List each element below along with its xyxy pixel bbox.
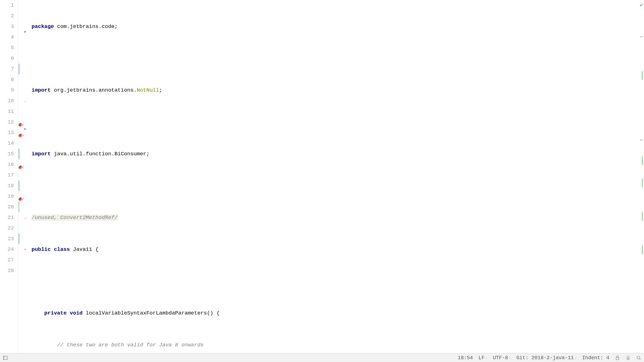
dropdown-icon: ⌄ xyxy=(575,356,577,359)
code-text: Java11 { xyxy=(70,246,99,253)
error-stripe-gutter[interactable]: ✔ xyxy=(638,0,644,353)
code-line: private void localVariableSyntaxForLambd… xyxy=(32,308,638,318)
implements-method-icon[interactable]: ↑ xyxy=(19,194,24,199)
svg-point-3 xyxy=(627,356,629,358)
line-number[interactable]: 21 xyxy=(0,212,14,223)
line-number[interactable]: 4 xyxy=(0,32,14,42)
svg-rect-2 xyxy=(616,358,619,360)
change-marker xyxy=(18,180,20,191)
code-line: import java.util.function.BiConsumer; xyxy=(32,149,638,159)
cursor-position[interactable]: 18:54 xyxy=(458,355,473,361)
code-line: public class Java11 { xyxy=(32,244,638,255)
keyword: import xyxy=(32,87,51,93)
line-number[interactable]: 6 xyxy=(0,53,14,64)
keyword: public xyxy=(32,246,51,253)
line-number[interactable]: 7 xyxy=(0,64,14,74)
code-line xyxy=(32,117,638,127)
line-number[interactable]: 22 xyxy=(0,223,14,234)
keyword: import xyxy=(32,151,51,157)
code-text: com.jetbrains.code; xyxy=(54,23,118,30)
line-number[interactable]: 28 xyxy=(0,265,14,276)
tool-window-button-icon[interactable] xyxy=(3,355,8,360)
line-number[interactable]: 19 xyxy=(0,191,14,202)
code-line: import org.jetbrains.annotations.NotNull… xyxy=(32,85,638,96)
svg-point-5 xyxy=(637,356,640,359)
svg-rect-4 xyxy=(627,358,629,360)
comment: // these two are both valid for Java 8 o… xyxy=(57,342,204,348)
fold-collapse-icon[interactable]: ⌄ xyxy=(24,96,26,106)
change-stripe-marker[interactable] xyxy=(642,156,643,165)
svg-rect-1 xyxy=(3,356,5,359)
line-number[interactable]: 16 xyxy=(0,159,14,170)
encoding-selector[interactable]: UTF-8 ⌄ xyxy=(493,355,511,361)
line-number[interactable]: 11 xyxy=(0,106,14,117)
line-number[interactable]: 18 xyxy=(0,180,14,191)
code-line xyxy=(32,276,638,287)
keyword: private xyxy=(44,310,67,316)
lock-icon[interactable] xyxy=(615,355,620,360)
error-stripe-marker[interactable] xyxy=(640,140,643,140)
line-number[interactable]: 5 xyxy=(0,42,14,53)
editor-container: 1 2 3 4 5 6 7 8 9 10 11 12 13 14 15 16 1… xyxy=(0,0,644,353)
line-number[interactable]: 1 xyxy=(0,0,14,11)
change-stripe-marker[interactable] xyxy=(642,71,643,80)
change-stripe-marker[interactable] xyxy=(642,179,643,187)
change-marker xyxy=(18,64,20,74)
implements-method-icon[interactable]: ↑ xyxy=(19,120,24,125)
line-number[interactable]: 13 xyxy=(0,127,14,138)
dropdown-icon: ⌄ xyxy=(486,356,487,359)
keyword: package xyxy=(32,23,54,30)
line-number[interactable]: 15 xyxy=(0,149,14,159)
line-number[interactable]: 17 xyxy=(0,170,14,180)
code-line: package com.jetbrains.code; xyxy=(32,21,638,32)
keyword: class xyxy=(54,246,70,253)
code-text: localVariableSyntaxForLambdaParameters()… xyxy=(82,310,219,316)
line-number[interactable]: 20 xyxy=(0,202,14,212)
code-line: // these two are both valid for Java 8 o… xyxy=(32,340,638,350)
change-stripe-marker[interactable] xyxy=(642,212,643,221)
line-number[interactable]: 24 xyxy=(0,244,14,255)
line-number[interactable]: 10 xyxy=(0,96,14,106)
line-number-gutter[interactable]: 1 2 3 4 5 6 7 8 9 10 11 12 13 14 15 16 1… xyxy=(0,0,18,353)
code-line: /unused, Convert2MethodRef/ xyxy=(32,212,638,223)
hector-inspector-icon[interactable] xyxy=(626,355,631,360)
line-number[interactable]: 23 xyxy=(0,234,14,244)
fold-collapse-icon[interactable]: ⌄ xyxy=(24,212,26,223)
code-text: java.util.function.BiConsumer; xyxy=(51,151,149,157)
annotation-ref: NotNull xyxy=(137,87,159,93)
line-number[interactable]: 9 xyxy=(0,85,14,96)
code-line xyxy=(32,180,638,191)
suppressed-warning: /unused, Convert2MethodRef/ xyxy=(32,215,118,221)
error-stripe-marker[interactable] xyxy=(640,36,643,37)
git-branch-selector[interactable]: Git: 2018-2-java-11 ⌄ xyxy=(517,355,577,361)
fold-expand-icon[interactable]: ▶ xyxy=(24,27,26,37)
line-number[interactable]: 3 xyxy=(0,21,14,32)
implements-method-icon[interactable]: ↑ xyxy=(19,162,24,167)
change-marker xyxy=(18,149,20,159)
keyword: void xyxy=(70,310,83,316)
line-number[interactable]: 27 xyxy=(0,255,14,265)
fold-expand-icon[interactable]: ▸ xyxy=(24,244,26,255)
code-line xyxy=(32,53,638,64)
line-number[interactable]: 2 xyxy=(0,11,14,21)
code-text: ; xyxy=(159,87,162,93)
line-number[interactable]: 8 xyxy=(0,74,14,85)
indent-settings[interactable]: Indent: 4 xyxy=(582,355,609,361)
implements-method-icon[interactable]: ↑ xyxy=(19,130,24,135)
line-ending-selector[interactable]: LF ⌄ xyxy=(479,355,487,361)
inspection-status-ok-icon[interactable]: ✔ xyxy=(640,2,643,8)
dropdown-icon: ⌄ xyxy=(509,356,511,359)
change-marker xyxy=(18,234,20,244)
line-number[interactable]: 14 xyxy=(0,138,14,149)
status-bar: 18:54 LF ⌄ UTF-8 ⌄ Git: 2018-2-java-11 ⌄… xyxy=(0,353,644,362)
change-stripe-marker[interactable] xyxy=(642,246,643,254)
memory-indicator-icon[interactable] xyxy=(636,355,641,360)
line-number[interactable]: 12 xyxy=(0,117,14,127)
svg-line-6 xyxy=(640,359,641,360)
code-editor[interactable]: package com.jetbrains.code; import org.j… xyxy=(29,0,638,353)
code-text: org.jetbrains.annotations. xyxy=(51,87,137,93)
gutter-icons: ▶ ⌄ ▶ ⌄ ▸ ↑ ↑ ↑ ↑ xyxy=(18,0,29,353)
